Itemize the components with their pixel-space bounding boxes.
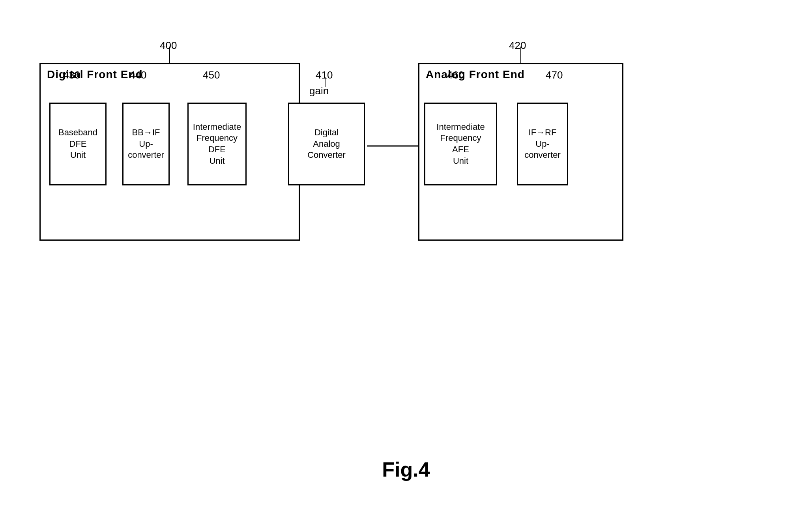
ref-440: 440 (129, 69, 146, 81)
ref-470: 470 (546, 69, 563, 81)
if-rf-label: IF→RFUp-converter (524, 127, 561, 161)
baseband-label: BasebandDFEUnit (58, 127, 97, 161)
if-rf-block: IF→RFUp-converter (517, 103, 568, 185)
baseband-block: BasebandDFEUnit (49, 103, 107, 185)
if-afe-label: IntermediateFrequencyAFEUnit (436, 122, 485, 166)
gain-label: gain (309, 85, 329, 97)
if-afe-block: IntermediateFrequencyAFEUnit (424, 103, 497, 185)
ref-460: 460 (447, 69, 464, 81)
dfe-label: Digital Front End (47, 68, 143, 81)
if-dfe-block: IntermediateFrequencyDFEUnit (187, 103, 247, 185)
ref-400: 400 (160, 39, 177, 52)
afe-label: Analog Front End (426, 68, 525, 81)
dac-label: DigitalAnalogConverter (307, 127, 346, 161)
figure-label: Fig.4 (382, 458, 430, 481)
if-dfe-label: IntermediateFrequencyDFEUnit (193, 122, 241, 166)
diagram-container: 400 420 Digital Front End Analog Front E… (24, 39, 797, 316)
ref-420: 420 (509, 39, 526, 52)
ref-410: 410 (316, 69, 333, 81)
bb-if-block: BB→IFUp-converter (122, 103, 170, 185)
ref-430: 430 (63, 69, 80, 81)
ref-450: 450 (203, 69, 220, 81)
dac-block: DigitalAnalogConverter (288, 103, 365, 185)
bb-if-label: BB→IFUp-converter (128, 127, 164, 161)
